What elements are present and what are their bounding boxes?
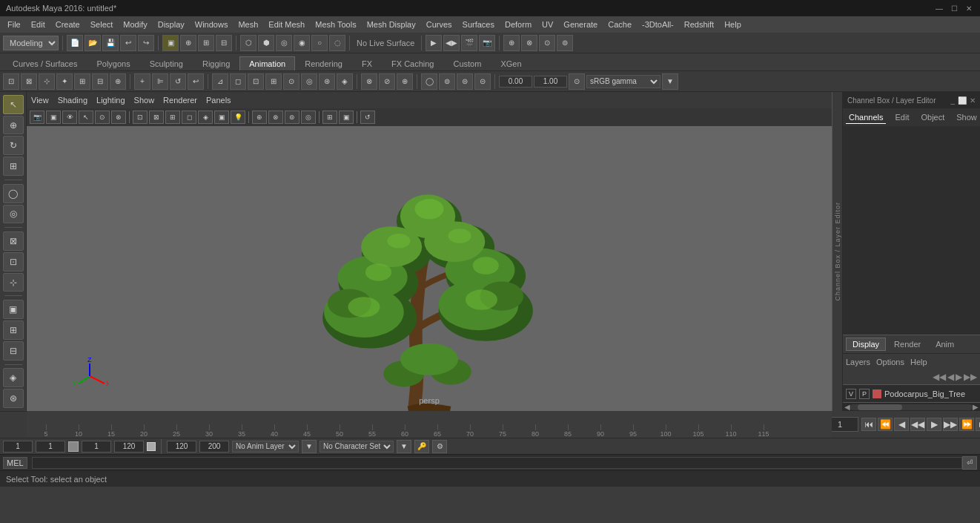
vt-bound[interactable]: ◻ bbox=[182, 111, 196, 124]
scale-tool-btn[interactable]: ⊞ bbox=[3, 157, 24, 176]
vt-shade[interactable]: ⊗ bbox=[111, 111, 126, 124]
menu-generate[interactable]: Generate bbox=[559, 19, 602, 30]
icon-tool28[interactable]: ▼ bbox=[662, 73, 678, 90]
char-set-selector[interactable]: No Character Set bbox=[320, 441, 394, 453]
snap-grid-btn[interactable]: ⊠ bbox=[3, 231, 24, 251]
move-tool-btn[interactable]: ⊕ bbox=[3, 116, 24, 135]
icon-tool8[interactable]: + bbox=[134, 73, 150, 90]
layer-scrollbar[interactable]: ◀ ▶ bbox=[843, 402, 980, 411]
anim-end-input[interactable] bbox=[199, 441, 229, 453]
tool-extra3[interactable]: ⊙ bbox=[539, 35, 555, 51]
goto-end-btn[interactable]: ⏭ bbox=[976, 418, 980, 431]
tool2-btn[interactable]: ⬢ bbox=[258, 35, 274, 51]
snap1-btn[interactable]: ⊞ bbox=[198, 35, 214, 51]
menu-cache[interactable]: Cache bbox=[603, 19, 636, 30]
icon-tool3[interactable]: ⊹ bbox=[39, 73, 55, 90]
prev-frame-btn[interactable]: ◀ bbox=[894, 418, 909, 431]
vt-smooth[interactable]: ◈ bbox=[198, 111, 213, 124]
vt-pt[interactable]: ⊞ bbox=[165, 111, 180, 124]
icon-tool1[interactable]: ⊡ bbox=[3, 73, 19, 90]
panels-menu[interactable]: Panels bbox=[206, 96, 231, 105]
menu-redshift[interactable]: Redshift bbox=[680, 19, 718, 30]
play-fwd-btn[interactable]: ▶ bbox=[927, 418, 941, 431]
anim-layer-selector[interactable]: No Anim Layer bbox=[232, 441, 299, 453]
menu-windows[interactable]: Windows bbox=[191, 19, 233, 30]
menu-3dto[interactable]: -3DtoAll- bbox=[638, 19, 678, 30]
channel-box-side-tab[interactable]: Channel Box / Layer Editor bbox=[832, 92, 842, 411]
icon-tool4[interactable]: ✦ bbox=[56, 73, 73, 90]
show-tab[interactable]: Show bbox=[953, 111, 980, 123]
vt-wire[interactable]: ⊡ bbox=[133, 111, 148, 124]
undo-btn[interactable]: ↩ bbox=[120, 35, 136, 51]
view-btn[interactable]: ◈ bbox=[3, 368, 24, 387]
anim-start-input[interactable] bbox=[167, 441, 196, 453]
vt-iso[interactable]: ⊙ bbox=[95, 111, 110, 124]
viewport[interactable]: View Shading Lighting Show Renderer Pane… bbox=[27, 92, 832, 411]
timeline-ruler[interactable]: 5101520253035404550556065707580859095100… bbox=[27, 411, 832, 438]
menu-deform[interactable]: Deform bbox=[500, 19, 536, 30]
menu-mesh-tools[interactable]: Mesh Tools bbox=[311, 19, 360, 30]
layer-first-btn[interactable]: ◀◀ bbox=[933, 372, 946, 382]
menu-help[interactable]: Help bbox=[720, 19, 746, 30]
layer-next-btn[interactable]: ▶ bbox=[956, 372, 962, 382]
icon-tool26[interactable]: ⊝ bbox=[474, 73, 491, 90]
vt-look[interactable]: 👁 bbox=[62, 111, 77, 124]
tool1-btn[interactable]: ⬡ bbox=[240, 35, 256, 51]
anim-layer-btn[interactable]: ▼ bbox=[302, 440, 317, 453]
tool5-btn[interactable]: ○ bbox=[311, 35, 328, 51]
save-btn[interactable]: 💾 bbox=[102, 35, 119, 51]
icon-tool12[interactable]: ⊿ bbox=[212, 73, 228, 90]
tool-extra2[interactable]: ⊗ bbox=[521, 35, 537, 51]
icon-tool10[interactable]: ↺ bbox=[170, 73, 186, 90]
icon-tool24[interactable]: ⊚ bbox=[439, 73, 455, 90]
cmd-enter-btn[interactable]: ⏎ bbox=[962, 456, 977, 470]
select-btn[interactable]: ▣ bbox=[162, 35, 179, 51]
value-input2[interactable] bbox=[534, 76, 567, 88]
icon-tool14[interactable]: ⊡ bbox=[248, 73, 264, 90]
icon-tool20[interactable]: ⊗ bbox=[361, 73, 377, 90]
menu-edit-mesh[interactable]: Edit Mesh bbox=[264, 19, 309, 30]
value-input1[interactable] bbox=[499, 76, 532, 88]
layer-playback[interactable]: P bbox=[859, 389, 870, 399]
view-menu[interactable]: View bbox=[31, 96, 49, 105]
menu-display[interactable]: Display bbox=[153, 19, 189, 30]
snap2-btn[interactable]: ⊟ bbox=[216, 35, 232, 51]
tab-fx-caching[interactable]: FX Caching bbox=[382, 56, 443, 70]
vt-grid[interactable]: ⊞ bbox=[322, 111, 337, 124]
tab-polygons[interactable]: Polygons bbox=[87, 56, 139, 70]
icon-tool21[interactable]: ⊘ bbox=[379, 73, 395, 90]
menu-modify[interactable]: Modify bbox=[119, 19, 151, 30]
arrow-btn[interactable]: ⊟ bbox=[3, 341, 24, 361]
icon-tool27[interactable]: ⊙ bbox=[569, 73, 585, 90]
tool3-btn[interactable]: ◎ bbox=[276, 35, 292, 51]
tab-rigging[interactable]: Rigging bbox=[193, 56, 239, 70]
plus-minus-btn[interactable]: ⊞ bbox=[3, 320, 24, 340]
channels-tab[interactable]: Channels bbox=[846, 111, 886, 124]
char-set-btn[interactable]: ▼ bbox=[397, 440, 411, 453]
snap-curve-btn[interactable]: ⊡ bbox=[3, 252, 24, 272]
step-back-btn[interactable]: ⏪ bbox=[878, 418, 893, 431]
menu-create[interactable]: Create bbox=[51, 19, 85, 30]
layer-color-swatch[interactable] bbox=[873, 389, 881, 398]
extra-btn[interactable]: ⊛ bbox=[3, 389, 24, 408]
open-btn[interactable]: 📂 bbox=[85, 35, 101, 51]
key-btn[interactable]: 🔑 bbox=[414, 440, 429, 453]
icon-tool25[interactable]: ⊜ bbox=[457, 73, 473, 90]
scroll-thumb[interactable] bbox=[858, 404, 902, 410]
shading-menu[interactable]: Shading bbox=[58, 96, 87, 105]
icon-tool19[interactable]: ◈ bbox=[337, 73, 353, 90]
maximize-button[interactable]: ☐ bbox=[949, 3, 959, 13]
lasso-btn[interactable]: ◯ bbox=[3, 184, 24, 203]
goto-start-btn[interactable]: ⏮ bbox=[861, 418, 876, 431]
command-input[interactable] bbox=[32, 457, 962, 469]
cam-btn[interactable]: 📷 bbox=[479, 35, 495, 51]
menu-file[interactable]: File bbox=[3, 19, 25, 30]
layer-visibility[interactable]: V bbox=[846, 389, 856, 399]
mel-badge[interactable]: MEL bbox=[3, 457, 27, 469]
tool-extra1[interactable]: ⊕ bbox=[503, 35, 520, 51]
icon-tool17[interactable]: ◎ bbox=[301, 73, 317, 90]
menu-curves[interactable]: Curves bbox=[422, 19, 457, 30]
frame-start-input[interactable] bbox=[3, 441, 33, 453]
display-tab[interactable]: Display bbox=[846, 338, 886, 351]
menu-mesh-display[interactable]: Mesh Display bbox=[362, 19, 420, 30]
